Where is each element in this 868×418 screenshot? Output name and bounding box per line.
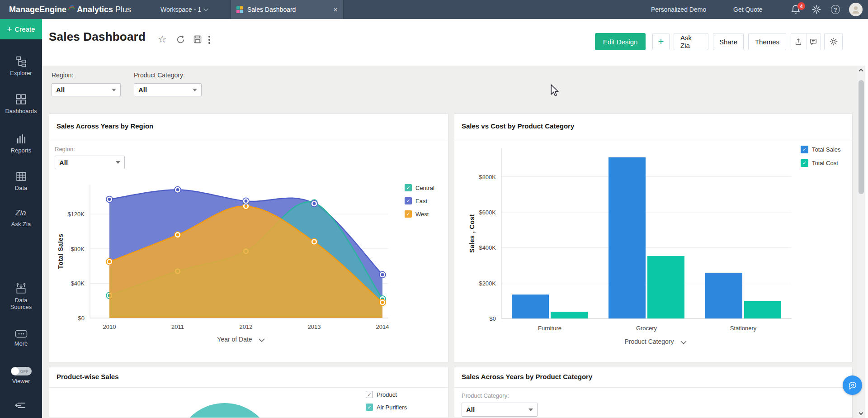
svg-text:Sales , Cost: Sales , Cost — [468, 214, 476, 252]
dashboard-tab-icon — [236, 6, 243, 13]
comment-icon — [809, 38, 817, 46]
legend-item-air-purifiers[interactable]: ✓ Air Purifiers — [366, 404, 407, 411]
reports-icon — [15, 133, 27, 145]
create-button[interactable]: + Create — [0, 19, 42, 39]
help-icon[interactable]: ? — [831, 5, 840, 14]
sidebar-item-reports[interactable]: Reports — [0, 133, 42, 154]
svg-text:Furniture: Furniture — [538, 325, 561, 332]
svg-text:2010: 2010 — [103, 323, 116, 330]
legend-label: Central — [415, 185, 434, 191]
save-icon[interactable] — [193, 35, 202, 44]
scrollbar-thumb[interactable] — [859, 80, 864, 194]
region-filter-dropdown[interactable]: All — [52, 83, 121, 96]
legend-label: Total Cost — [812, 160, 838, 166]
dropdown-caret-icon — [116, 161, 120, 164]
panel-region-dropdown[interactable]: All — [55, 156, 125, 169]
toggle-knob — [11, 367, 19, 375]
panel-title: Sales vs Cost by Product Category — [462, 122, 574, 130]
sidebar-item-data[interactable]: Data — [0, 171, 42, 191]
panel-category-label: Product Category: — [462, 392, 509, 399]
workspace-selector[interactable]: Workspace - 1 — [160, 0, 208, 19]
category-filter-dropdown[interactable]: All — [134, 83, 202, 96]
sidebar-item-more[interactable]: More — [0, 330, 42, 347]
tab-close-icon[interactable]: × — [333, 6, 338, 14]
comments-button[interactable] — [806, 33, 821, 50]
sidebar-item-dashboards[interactable]: Dashboards — [0, 93, 42, 114]
dropdown-caret-icon — [528, 408, 533, 411]
ask-zia-button[interactable]: Ask Zia — [674, 33, 708, 50]
checkbox-checked-icon: ✓ — [405, 184, 412, 191]
bar-chart[interactable]: $0$200K$400K$600K$800KFurnitureGrocerySt… — [454, 141, 853, 362]
settings-gear-icon[interactable] — [811, 5, 821, 14]
legend-item-central[interactable]: ✓ Central — [405, 184, 434, 191]
dashboard-settings-button[interactable] — [824, 33, 843, 50]
more-options-kebab-icon[interactable] — [208, 36, 210, 44]
export-button[interactable] — [791, 33, 806, 50]
brand-logo: ManageEngine Analytics Plus — [9, 0, 131, 19]
themes-button[interactable]: Themes — [748, 33, 786, 50]
panel-region-value: All — [59, 159, 68, 166]
checkbox-checked-icon: ✓ — [801, 146, 808, 153]
chat-bubble-icon — [848, 380, 858, 390]
legend-item-east[interactable]: ✓ East — [405, 197, 434, 204]
personalized-demo-link[interactable]: Personalized Demo — [651, 0, 706, 19]
brand-plus: Plus — [115, 5, 131, 14]
region-filter-value: All — [56, 86, 65, 94]
pie-chart[interactable] — [175, 403, 274, 418]
category-filter-label: Product Category: — [134, 71, 185, 79]
user-avatar[interactable] — [849, 3, 863, 16]
sidebar-item-ask-zia[interactable]: Zia Ask Zia — [0, 206, 42, 228]
refresh-icon[interactable] — [176, 35, 185, 44]
panel-region-label: Region: — [55, 146, 75, 152]
plus-icon: + — [7, 24, 12, 34]
more-ellipsis-icon — [15, 330, 28, 338]
edit-design-label: Edit Design — [603, 38, 638, 46]
pie-chart-legend: ✓ Product ✓ Air Purifiers — [366, 391, 407, 411]
checkbox-checked-icon: ✓ — [405, 210, 412, 218]
panel-product-wise-sales: Product-wise Sales ✓ Product ✓ Air Purif… — [49, 367, 448, 418]
svg-text:Stationery: Stationery — [730, 325, 757, 332]
legend-item-west[interactable]: ✓ West — [405, 210, 434, 218]
sidebar-label: More — [14, 340, 28, 347]
personalized-demo-label: Personalized Demo — [651, 6, 706, 13]
person-icon — [851, 5, 861, 14]
plus-icon: + — [658, 36, 664, 48]
workspace-label: Workspace - 1 — [160, 6, 201, 13]
legend-label: Product — [377, 391, 397, 398]
toggle-state-label: OFF — [20, 368, 28, 375]
get-quote-link[interactable]: Get Quote — [733, 0, 763, 19]
bar-chart-legend: ✓ Total Sales ✓ Total Cost — [801, 146, 841, 167]
brand-swirl-icon — [67, 4, 76, 12]
legend-label: East — [415, 198, 427, 204]
share-button[interactable]: Share — [713, 33, 744, 50]
svg-text:$400K: $400K — [479, 244, 496, 251]
legend-item-total-cost[interactable]: ✓ Total Cost — [801, 159, 841, 167]
dropdown-caret-icon — [193, 89, 197, 91]
panel-sales-vs-cost: Sales vs Cost by Product Category $0$200… — [454, 114, 853, 362]
svg-text:Year of Date: Year of Date — [217, 336, 252, 343]
svg-text:$80K: $80K — [71, 246, 85, 252]
themes-label: Themes — [755, 38, 779, 46]
collapse-sidebar-button[interactable] — [14, 401, 27, 412]
vertical-scrollbar[interactable] — [857, 66, 865, 418]
add-widget-button[interactable]: + — [652, 33, 670, 50]
svg-text:Zia: Zia — [15, 209, 26, 217]
sidebar-item-data-sources[interactable]: Data Sources — [0, 282, 42, 310]
brand-managengine: ManageEngine — [9, 5, 66, 14]
sidebar-item-explorer[interactable]: Explorer — [0, 56, 42, 76]
svg-text:$120K: $120K — [67, 211, 85, 218]
scroll-down-icon[interactable] — [859, 411, 863, 415]
panel-category-dropdown[interactable]: All — [462, 403, 538, 417]
viewer-toggle[interactable]: OFF — [11, 367, 32, 375]
scroll-up-icon[interactable] — [859, 69, 863, 73]
legend-item-product[interactable]: ✓ Product — [366, 391, 407, 398]
legend-item-total-sales[interactable]: ✓ Total Sales — [801, 146, 841, 153]
svg-text:$0: $0 — [490, 315, 496, 322]
tab-sales-dashboard[interactable]: Sales Dashboard × — [231, 0, 344, 19]
dashboards-icon — [15, 93, 27, 105]
chat-assistant-fab[interactable] — [843, 375, 862, 395]
favorite-star-icon[interactable]: ☆ — [158, 33, 167, 45]
edit-design-button[interactable]: Edit Design — [595, 33, 646, 50]
area-chart-legend: ✓ Central ✓ East ✓ West — [405, 184, 434, 218]
area-chart[interactable]: $0$40K$80K$120K20102011201220132014Year … — [53, 181, 444, 353]
